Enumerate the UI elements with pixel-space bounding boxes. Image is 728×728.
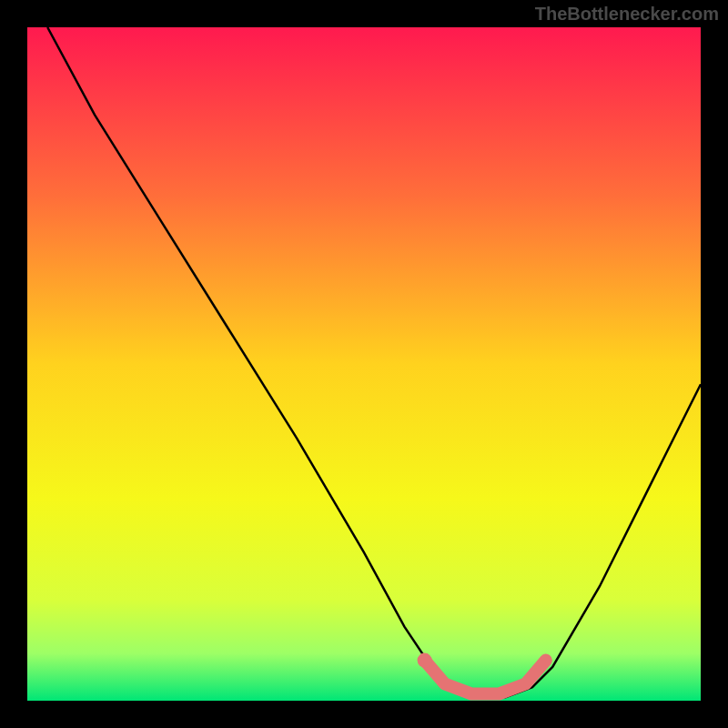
chart-svg — [27, 27, 701, 701]
highlight-dot — [418, 653, 432, 668]
gradient-background — [27, 27, 701, 701]
chart-area — [27, 27, 701, 701]
watermark-text: TheBottlenecker.com — [535, 4, 719, 25]
